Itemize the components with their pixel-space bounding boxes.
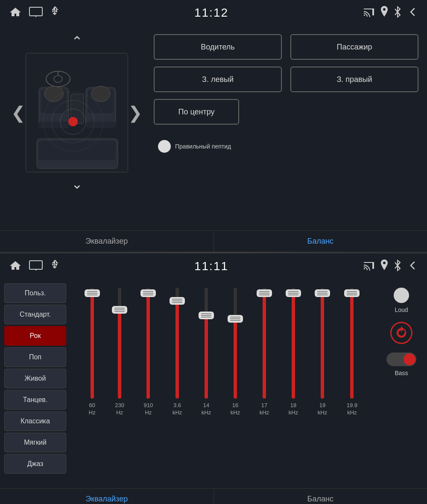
slider-track-1[interactable] [118, 288, 121, 399]
loud-label: Loud [395, 306, 408, 313]
svg-point-21 [91, 86, 110, 102]
slider-col-3: 3.6kHz [173, 288, 182, 428]
preset-rock[interactable]: Рок [4, 326, 66, 346]
slider-track-3[interactable] [175, 288, 179, 399]
tab-eq-bottom[interactable]: Эквалайзер [0, 489, 214, 504]
slider-col-5: 16kHz [231, 288, 240, 428]
home-icon[interactable] [9, 6, 22, 20]
svg-point-20 [44, 86, 63, 102]
tab-eq-top[interactable]: Эквалайзер [0, 231, 214, 252]
slider-thumb-8[interactable] [315, 289, 330, 297]
preset-jazz[interactable]: Джаз [4, 454, 66, 474]
slider-track-7[interactable] [292, 288, 295, 399]
bottom-panel: 11:11 [0, 253, 427, 504]
driver-button[interactable]: Водитель [154, 34, 282, 60]
svg-rect-26 [29, 261, 42, 269]
bass-label: Bass [395, 370, 408, 376]
bottom-time: 11:11 [194, 259, 228, 273]
slider-track-5[interactable] [234, 288, 237, 399]
sliders-container: 60Hz 230Hz 910Hz 3.6kHz 14kH [70, 283, 376, 428]
rear-left-button[interactable]: З. левый [154, 67, 282, 92]
slider-thumb-3[interactable] [170, 297, 185, 305]
slider-thumb-9[interactable] [344, 289, 360, 297]
home-icon-b[interactable] [9, 259, 22, 273]
back-icon-b[interactable] [407, 260, 418, 272]
slider-fill-3 [175, 301, 179, 399]
location-icon[interactable] [380, 6, 389, 20]
top-time: 11:12 [194, 6, 228, 20]
bottom-tab-bar: Эквалайзер Баланс [0, 488, 427, 504]
bass-control: Bass [386, 353, 416, 376]
slider-track-2[interactable] [146, 288, 150, 399]
top-tab-bar: Эквалайзер Баланс [0, 230, 427, 252]
down-arrow-button[interactable]: ⌄ [68, 172, 86, 195]
preset-pop[interactable]: Поп [4, 347, 66, 367]
indicator-text: Правильный пептид [175, 143, 231, 150]
slider-track-6[interactable] [263, 288, 266, 399]
svg-rect-0 [29, 7, 42, 16]
cast-icon-b[interactable] [363, 260, 375, 272]
eq-right-controls: Loud Bass [376, 279, 427, 488]
top-content-area: ⌃ ❮ [0, 26, 427, 230]
top-panel: 11:12 [0, 0, 427, 252]
eq-sliders-area: 60Hz 230Hz 910Hz 3.6kHz 14kH [70, 279, 376, 488]
loud-indicator[interactable] [394, 288, 409, 303]
svg-rect-6 [372, 9, 374, 15]
rear-right-button[interactable]: З. правый [290, 67, 418, 92]
slider-fill-9 [350, 293, 354, 399]
tab-balance-bottom[interactable]: Баланс [214, 489, 427, 504]
usb-icon-b[interactable] [50, 259, 60, 273]
svg-rect-31 [372, 263, 374, 269]
slider-track-9[interactable] [350, 288, 354, 399]
slider-col-9: 19.9kHz [347, 288, 357, 428]
slider-fill-2 [146, 293, 150, 399]
slider-track-8[interactable] [321, 288, 324, 399]
seat-selection-area: Водитель Пассажир З. левый З. правый По … [154, 30, 418, 226]
bluetooth-icon-b[interactable] [394, 259, 401, 273]
svg-point-29 [52, 264, 54, 265]
screen-icon-b[interactable] [29, 260, 43, 272]
svg-point-3 [52, 10, 54, 12]
location-icon-b[interactable] [380, 259, 389, 273]
right-arrow-button[interactable]: ❯ [128, 103, 143, 122]
slider-thumb-6[interactable] [257, 289, 272, 297]
bass-toggle[interactable] [386, 353, 416, 366]
left-arrow-button[interactable]: ❮ [11, 103, 26, 122]
slider-thumb-4[interactable] [199, 312, 214, 319]
bottom-status-bar: 11:11 [0, 253, 427, 279]
top-left-icons [9, 6, 60, 20]
up-arrow-button[interactable]: ⌃ [68, 30, 86, 53]
preset-dance[interactable]: Танцев. [4, 390, 66, 410]
slider-thumb-1[interactable] [112, 306, 127, 314]
slider-col-2: 910Hz [144, 288, 153, 428]
svg-rect-5 [364, 9, 374, 9]
bottom-left-icons [9, 259, 60, 273]
slider-fill-8 [321, 293, 324, 399]
slider-thumb-5[interactable] [228, 315, 243, 323]
usb-icon[interactable] [50, 6, 60, 20]
back-icon[interactable] [407, 7, 418, 19]
slider-thumb-0[interactable] [85, 289, 100, 297]
svg-rect-30 [56, 264, 57, 265]
seat-area: ⌃ ❮ [9, 30, 145, 226]
center-button[interactable]: По центру [154, 99, 239, 125]
slider-track-4[interactable] [205, 288, 208, 399]
screen-icon[interactable] [29, 7, 43, 19]
slider-thumb-2[interactable] [140, 289, 156, 297]
slider-thumb-7[interactable] [286, 289, 301, 297]
preset-standard[interactable]: Стандарт. [4, 305, 66, 324]
preset-user[interactable]: Польз. [4, 283, 66, 303]
tab-balance-top[interactable]: Баланс [214, 231, 427, 252]
preset-classic[interactable]: Классика [4, 411, 66, 431]
bluetooth-icon[interactable] [394, 6, 401, 20]
passenger-button[interactable]: Пассажир [290, 34, 418, 60]
preset-soft[interactable]: Мягкий [4, 433, 66, 452]
slider-col-0: 60Hz [89, 288, 96, 428]
reset-button[interactable] [390, 322, 412, 344]
slider-track-0[interactable] [91, 288, 94, 399]
eq-sidebar: Польз.Стандарт.РокПопЖивойТанцев.Классик… [0, 279, 70, 488]
slider-label-4: 14kHz [202, 402, 211, 417]
bass-toggle-knob [404, 353, 415, 365]
preset-live[interactable]: Живой [4, 369, 66, 388]
cast-icon[interactable] [363, 7, 375, 19]
